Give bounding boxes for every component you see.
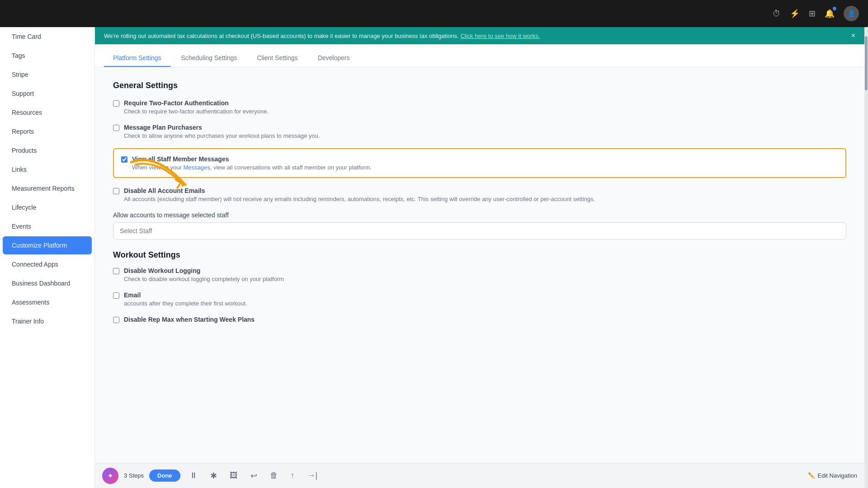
setting-view-staff-messages-desc: When viewing your Messages, view all con… — [132, 164, 838, 171]
sidebar-item-assessments[interactable]: Assessments — [3, 293, 92, 311]
setting-disable-emails-checkbox[interactable] — [113, 188, 119, 194]
toolbar-logo: ✦ — [102, 468, 118, 484]
setting-email-title: Email — [124, 291, 141, 299]
content-area: We're rolling out automated tax calculat… — [95, 27, 864, 488]
done-button[interactable]: Done — [149, 469, 180, 482]
banner-text: We're rolling out automated tax calculat… — [104, 33, 540, 39]
sidebar-item-products[interactable]: Products — [3, 141, 92, 160]
setting-disable-emails-label[interactable]: Disable All Account Emails — [113, 187, 846, 194]
setting-email-desc: accounts after they complete their first… — [124, 300, 846, 307]
setting-disable-logging-label[interactable]: Disable Workout Logging — [113, 267, 846, 274]
sidebar: Time Card Tags Stripe Support Resources … — [0, 27, 95, 488]
sidebar-item-links[interactable]: Links — [3, 160, 92, 178]
setting-disable-rep-max-label[interactable]: Disable Rep Max when Starting Week Plans — [113, 316, 846, 323]
image-button[interactable]: 🖼 — [226, 469, 241, 482]
setting-disable-rep-max-title: Disable Rep Max when Starting Week Plans — [124, 316, 255, 323]
setting-disable-logging-desc: Check to disable workout logging complet… — [124, 276, 846, 282]
setting-disable-rep-max: Disable Rep Max when Starting Week Plans — [113, 316, 846, 323]
sidebar-item-time-card[interactable]: Time Card — [3, 28, 92, 46]
user-avatar[interactable]: 👤 — [844, 6, 859, 21]
pause-button[interactable]: ⏸ — [186, 469, 201, 482]
right-scrollbar[interactable] — [864, 27, 868, 488]
setting-disable-emails: Disable All Account Emails All accounts … — [113, 187, 846, 202]
sidebar-item-tags[interactable]: Tags — [3, 47, 92, 65]
sidebar-item-trainer-info[interactable]: Trainer Info — [3, 312, 92, 330]
scrollbar-thumb — [865, 36, 868, 90]
tab-developers[interactable]: Developers — [309, 50, 359, 67]
edit-nav-label: Edit Navigation — [818, 472, 857, 479]
setting-two-factor-desc: Check to require two-factor authenticati… — [124, 108, 846, 115]
setting-view-staff-messages-label[interactable]: View all Staff Member Messages — [121, 155, 838, 163]
setting-email-checkbox[interactable] — [113, 292, 119, 299]
tab-platform-settings[interactable]: Platform Settings — [104, 50, 170, 67]
top-bar: ⏱ ⚡ ⊞ 🔔 👤 — [0, 0, 868, 27]
setting-message-plan-title: Message Plan Purchasers — [124, 124, 202, 131]
notification-banner: We're rolling out automated tax calculat… — [95, 27, 864, 44]
up-arrow-button[interactable]: ↑ — [287, 469, 298, 482]
bottom-toolbar: ✦ 3 Steps Done ⏸ ✱ 🖼 ↩ 🗑 ↑ →| ✏️ Edit Na… — [95, 463, 864, 488]
workout-settings-title: Workout Settings — [113, 250, 846, 260]
sidebar-item-measurement-reports[interactable]: Measurement Reports — [3, 179, 92, 197]
sidebar-item-events[interactable]: Events — [3, 217, 92, 235]
setting-disable-logging: Disable Workout Logging Check to disable… — [113, 267, 846, 282]
setting-message-plan-label[interactable]: Message Plan Purchasers — [113, 124, 846, 131]
setting-disable-emails-title: Disable All Account Emails — [124, 187, 205, 194]
sidebar-item-reports[interactable]: Reports — [3, 122, 92, 141]
setting-disable-emails-desc: All accounts (excluding staff member) wi… — [124, 196, 846, 202]
tab-client-settings[interactable]: Client Settings — [248, 50, 307, 67]
banner-close-button[interactable]: × — [851, 32, 855, 40]
setting-two-factor: Require Two-Factor Authentication Check … — [113, 99, 846, 115]
setting-disable-logging-title: Disable Workout Logging — [124, 267, 200, 274]
setting-view-staff-messages-highlighted: View all Staff Member Messages When view… — [113, 148, 846, 178]
staff-select-label: Allow accounts to message selected staff — [113, 211, 846, 219]
sidebar-item-resources[interactable]: Resources — [3, 103, 92, 122]
sidebar-item-customize-platform[interactable]: Customize Platform — [3, 236, 92, 254]
setting-view-staff-messages: View all Staff Member Messages When view… — [121, 155, 838, 171]
setting-disable-rep-max-checkbox[interactable] — [113, 317, 119, 323]
setting-two-factor-label[interactable]: Require Two-Factor Authentication — [113, 99, 846, 107]
clock-icon[interactable]: ⏱ — [773, 9, 781, 19]
banner-link[interactable]: Click here to see how it works. — [460, 33, 540, 39]
sidebar-item-support[interactable]: Support — [3, 84, 92, 103]
settings-tabs: Platform Settings Scheduling Settings Cl… — [95, 44, 864, 67]
staff-select-input[interactable] — [113, 222, 846, 239]
settings-content: General Settings Require Two-Factor Auth… — [95, 67, 864, 463]
lightning-icon[interactable]: ⚡ — [790, 9, 800, 19]
tab-scheduling-settings[interactable]: Scheduling Settings — [172, 50, 246, 67]
setting-view-staff-messages-checkbox[interactable] — [121, 156, 127, 163]
grid-icon[interactable]: ⊞ — [809, 9, 816, 19]
sidebar-item-stripe[interactable]: Stripe — [3, 66, 92, 84]
steps-badge: 3 Steps — [124, 472, 144, 479]
main-layout: Time Card Tags Stripe Support Resources … — [0, 27, 868, 488]
edit-nav-icon: ✏️ — [808, 472, 815, 479]
delete-button[interactable]: 🗑 — [266, 469, 282, 482]
asterisk-button[interactable]: ✱ — [207, 469, 221, 483]
setting-message-plan: Message Plan Purchasers Check to allow a… — [113, 124, 846, 139]
svg-marker-0 — [180, 180, 185, 187]
undo-button[interactable]: ↩ — [247, 469, 261, 483]
setting-email-label[interactable]: Email — [113, 291, 846, 299]
setting-two-factor-title: Require Two-Factor Authentication — [124, 99, 229, 107]
staff-select-section: Allow accounts to message selected staff — [113, 211, 846, 239]
bell-icon[interactable]: 🔔 — [825, 9, 835, 19]
setting-message-plan-desc: Check to allow anyone who purchases your… — [124, 132, 846, 139]
sidebar-item-lifecycle[interactable]: Lifecycle — [3, 198, 92, 216]
edit-navigation[interactable]: ✏️ Edit Navigation — [808, 472, 857, 479]
sidebar-item-connected-apps[interactable]: Connected Apps — [3, 255, 92, 273]
general-settings-title: General Settings — [113, 81, 846, 90]
messages-link[interactable]: Messages — [183, 164, 210, 171]
tab-button[interactable]: →| — [304, 469, 321, 482]
setting-view-staff-messages-title: View all Staff Member Messages — [132, 155, 229, 163]
setting-email: Email accounts after they complete their… — [113, 291, 846, 307]
setting-disable-logging-checkbox[interactable] — [113, 268, 119, 274]
setting-message-plan-checkbox[interactable] — [113, 125, 119, 131]
sidebar-item-business-dashboard[interactable]: Business Dashboard — [3, 274, 92, 292]
setting-two-factor-checkbox[interactable] — [113, 100, 119, 107]
